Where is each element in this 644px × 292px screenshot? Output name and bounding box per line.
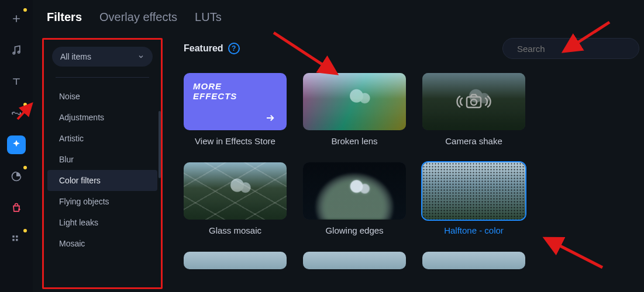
- help-icon[interactable]: ?: [228, 43, 240, 54]
- caption-more-effects: View in Effects Store: [195, 136, 275, 146]
- rail-effects[interactable]: [7, 135, 26, 154]
- svg-point-8: [471, 99, 477, 105]
- cell-glowing-edges: Glowing edges: [303, 162, 406, 235]
- scrollbar-thumb[interactable]: [159, 111, 161, 178]
- category-flying-objects[interactable]: Flying objects: [47, 191, 157, 212]
- caption-glass-mosaic: Glass mosaic: [209, 225, 261, 235]
- cell-halftone-color: Halftone - color: [422, 162, 525, 235]
- notification-dot: [23, 166, 27, 169]
- notification-dot: [23, 103, 27, 106]
- notification-dot: [23, 229, 27, 232]
- divider: [56, 77, 149, 78]
- featured-heading: Featured ?: [184, 43, 240, 54]
- tool-rail: [0, 0, 33, 292]
- thumb-glowing-edges[interactable]: [303, 162, 406, 220]
- category-artistic[interactable]: Artistic: [47, 128, 157, 149]
- category-color-filters[interactable]: Color filters: [47, 170, 157, 191]
- more-effects-line2: EFFECTS: [193, 91, 277, 101]
- category-mosaic[interactable]: Mosaic: [47, 233, 157, 254]
- rail-audio[interactable]: [7, 41, 26, 60]
- cell-partial-3: [422, 252, 525, 269]
- rail-link[interactable]: [7, 104, 26, 123]
- tab-overlay-effects[interactable]: Overlay effects: [99, 11, 177, 24]
- rail-store[interactable]: [7, 199, 26, 217]
- cell-camera-shake: Camera shake: [422, 73, 525, 146]
- top-tabs: Filters Overlay effects LUTs: [33, 0, 644, 31]
- rail-more[interactable]: [7, 230, 26, 249]
- svg-rect-4: [12, 239, 14, 241]
- svg-rect-2: [12, 235, 14, 237]
- main-panel: Filters Overlay effects LUTs All items N…: [33, 0, 644, 292]
- caption-glowing-edges: Glowing edges: [325, 225, 383, 235]
- svg-rect-5: [16, 239, 18, 241]
- notification-dot: [23, 8, 27, 12]
- thumb-camera-shake[interactable]: [422, 73, 525, 130]
- thumb-partial-3[interactable]: [422, 252, 525, 269]
- thumb-broken-lens[interactable]: [303, 73, 406, 130]
- category-noise[interactable]: Noise: [47, 86, 157, 107]
- svg-rect-3: [16, 235, 18, 237]
- rail-add[interactable]: [7, 9, 26, 28]
- category-light-leaks[interactable]: Light leaks: [47, 212, 157, 233]
- caption-broken-lens: Broken lens: [331, 136, 377, 146]
- items-dropdown-label: All items: [60, 52, 91, 61]
- category-sidebar-highlight: All items Noise Adjustments Artistic Blu…: [42, 38, 163, 289]
- camera-shake-icon: [455, 90, 493, 113]
- category-sidebar: All items Noise Adjustments Artistic Blu…: [33, 31, 172, 292]
- tab-filters[interactable]: Filters: [47, 11, 82, 24]
- effects-grid-area: Featured ? MORE EFFECTS: [172, 31, 644, 292]
- effects-grid: MORE EFFECTS View in Effects Store Broke…: [184, 73, 644, 269]
- cell-more-effects: MORE EFFECTS View in Effects Store: [184, 73, 287, 146]
- svg-rect-7: [467, 97, 481, 107]
- search-box[interactable]: [502, 38, 639, 59]
- rail-text[interactable]: [7, 72, 26, 91]
- thumb-glass-mosaic[interactable]: [184, 162, 287, 220]
- cell-partial-1: [184, 252, 287, 269]
- svg-point-0: [13, 52, 15, 54]
- rail-time[interactable]: [7, 167, 26, 186]
- featured-label: Featured: [184, 43, 223, 54]
- caption-camera-shake: Camera shake: [445, 136, 502, 146]
- category-list: Noise Adjustments Artistic Blur Color fi…: [44, 86, 161, 254]
- chevron-down-icon: [137, 53, 144, 60]
- svg-point-1: [18, 51, 20, 53]
- cell-partial-2: [303, 252, 406, 269]
- cell-broken-lens: Broken lens: [303, 73, 406, 146]
- thumb-partial-2[interactable]: [303, 252, 406, 269]
- thumb-partial-1[interactable]: [184, 252, 287, 269]
- thumb-more-effects[interactable]: MORE EFFECTS: [184, 73, 287, 130]
- category-blur[interactable]: Blur: [47, 149, 157, 170]
- items-dropdown[interactable]: All items: [52, 47, 153, 67]
- search-input[interactable]: [517, 44, 628, 54]
- more-effects-line1: MORE: [193, 81, 277, 91]
- cell-glass-mosaic: Glass mosaic: [184, 162, 287, 235]
- caption-halftone-color: Halftone - color: [444, 225, 504, 235]
- thumb-halftone-color[interactable]: [422, 162, 525, 220]
- tab-luts[interactable]: LUTs: [195, 11, 222, 24]
- arrow-right-icon: [263, 113, 277, 123]
- category-adjustments[interactable]: Adjustments: [47, 107, 157, 128]
